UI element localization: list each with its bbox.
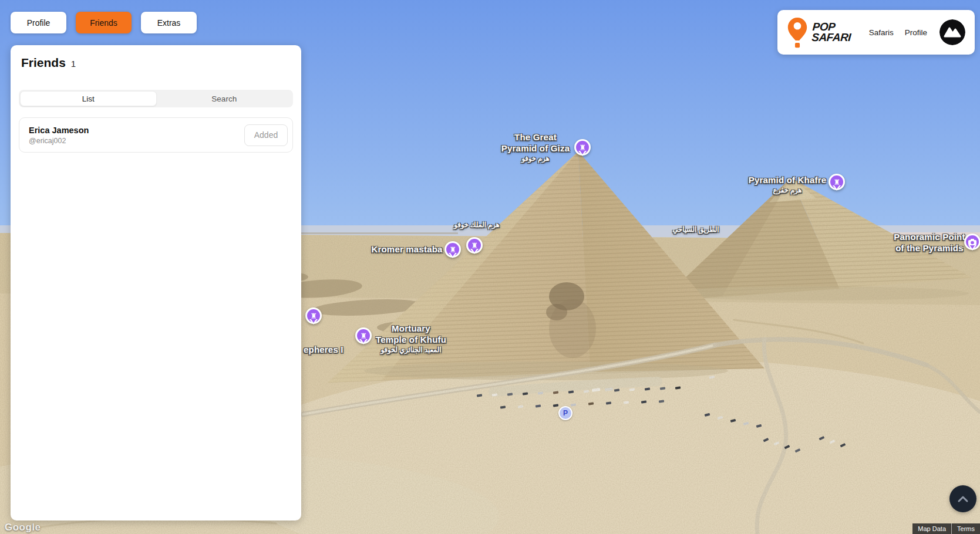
view-tabs: Profile Friends Extras — [11, 12, 197, 33]
tab-list[interactable]: List — [20, 91, 157, 106]
label-line: Pyramid of Giza — [501, 143, 570, 153]
map-label-mortuary-temple: Mortuary Temple of Khufu المعبد الجنائزي… — [376, 323, 446, 354]
map-label-khafre: Pyramid of Khafre هرم خفرع — [749, 174, 827, 195]
map-marker-mortuary-temple[interactable]: ♜ — [355, 327, 372, 344]
friend-info: Erica Jameson @ericaj002 — [29, 126, 89, 145]
camera-icon — [968, 239, 976, 245]
nav-link-profile[interactable]: Profile — [905, 28, 927, 37]
label-arabic: هرم خفرع — [749, 186, 827, 195]
map-label-panoramic-point: Panoramic Point of the Pyramids — [894, 231, 965, 254]
map-marker-mastaba-2[interactable]: ♜ — [466, 237, 483, 254]
label-arabic: هرم خوفو — [501, 154, 570, 163]
map-label-hetepheres-partial: epheres I — [304, 344, 343, 355]
map-attribution: Map Data Terms — [912, 523, 980, 534]
map-label-kromer-mastaba: Kromer mastaba — [371, 244, 442, 255]
label-line: epheres I — [304, 344, 343, 354]
landmark-icon: ♜ — [579, 144, 586, 151]
landmark-icon: ♜ — [360, 332, 367, 340]
friends-panel: Friends 1 List Search Erica Jameson @eri… — [11, 45, 301, 521]
label-line: Mortuary — [392, 323, 430, 333]
panel-title-row: Friends 1 — [19, 56, 293, 70]
label-arabic: الطريق السياحي — [672, 225, 719, 234]
map-marker-parking[interactable]: P — [558, 406, 572, 420]
friend-list-item: Erica Jameson @ericaj002 Added — [19, 117, 293, 153]
label-line: Panoramic Point — [894, 232, 965, 242]
friends-count: 1 — [71, 59, 76, 69]
brand-wordmark: POP SAFARI — [811, 22, 852, 43]
map-marker-great-pyramid[interactable]: ♜ — [574, 139, 591, 156]
google-watermark: Google — [5, 522, 41, 533]
friend-handle: @ericaj002 — [29, 137, 89, 145]
map-marker-panoramic-point[interactable] — [964, 234, 980, 250]
map-marker-khafre[interactable]: ♜ — [829, 174, 845, 190]
brand-line2: SAFARI — [811, 32, 851, 43]
landmark-icon: ♜ — [833, 178, 840, 186]
map-marker-mastaba-1[interactable]: ♜ — [444, 241, 461, 258]
tab-extras[interactable]: Extras — [141, 12, 197, 33]
chevron-up-icon — [955, 494, 971, 504]
scroll-to-top-button[interactable] — [949, 485, 976, 512]
friend-name: Erica Jameson — [29, 126, 89, 135]
map-marker-tomb[interactable]: ♜ — [305, 307, 322, 324]
nav-link-safaris[interactable]: Safaris — [869, 28, 894, 37]
added-button[interactable]: Added — [244, 124, 288, 146]
label-line: The Great — [514, 132, 557, 142]
map-label-great-pyramid: The Great Pyramid of Giza هرم خوفو — [501, 131, 570, 163]
map-label-road-arabic: الطريق السياحي — [672, 225, 719, 234]
label-line: Temple of Khufu — [376, 334, 446, 344]
map-label-khufu-arabic: هرم الملك خوفو — [454, 220, 499, 229]
label-line: of the Pyramids — [895, 243, 964, 253]
brand-nav-card: POP SAFARI Safaris Profile — [777, 10, 975, 55]
map-data-label[interactable]: Map Data — [912, 523, 951, 534]
landmark-icon: ♜ — [471, 242, 478, 249]
tab-friends[interactable]: Friends — [76, 12, 132, 33]
list-search-tabs: List Search — [19, 90, 293, 107]
tab-profile[interactable]: Profile — [11, 12, 66, 33]
landmark-icon: ♜ — [310, 312, 317, 320]
parking-icon: P — [563, 409, 568, 417]
terms-link[interactable]: Terms — [951, 523, 980, 534]
label-line: Pyramid of Khafre — [749, 175, 827, 185]
brand-links: Safaris Profile — [869, 28, 927, 37]
avatar[interactable] — [939, 19, 965, 45]
page-title: Friends — [21, 56, 66, 70]
label-arabic: هرم الملك خوفو — [454, 221, 499, 229]
label-arabic: المعبد الجنائزي لخوفو — [376, 346, 446, 354]
pop-safari-balloon-icon — [787, 16, 808, 50]
label-line: Kromer mastaba — [371, 244, 442, 254]
tab-search[interactable]: Search — [157, 91, 292, 106]
mountain-logo-icon — [939, 19, 965, 45]
landmark-icon: ♜ — [449, 246, 456, 254]
